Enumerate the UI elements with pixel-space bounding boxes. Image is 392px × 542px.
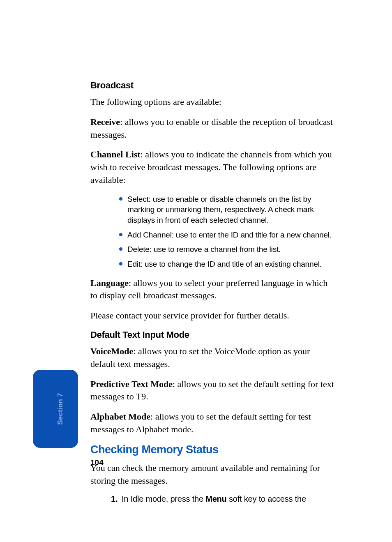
section-tab: Section 7	[33, 370, 78, 448]
step-1: 1.In Idle mode, press the Menu soft key …	[111, 494, 335, 504]
broadcast-heading: Broadcast	[90, 80, 335, 91]
step-pre: In Idle mode, press the	[122, 494, 205, 503]
voicemode-para: VoiceMode: allows you to set the VoiceMo…	[90, 345, 335, 371]
receive-label: Receive	[90, 117, 120, 127]
default-input-heading: Default Text Input Mode	[90, 330, 335, 340]
page: Section 7 Broadcast The following option…	[0, 0, 392, 542]
voicemode-label: VoiceMode	[90, 346, 133, 356]
language-label: Language	[90, 278, 129, 288]
memory-intro: You can check the memory amount availabl…	[90, 462, 335, 487]
channel-label: Channel List	[90, 149, 141, 159]
step-number: 1.	[111, 494, 122, 504]
bullet-item: Delete: use to remove a channel from the…	[116, 244, 335, 255]
step-post: soft key to access the	[227, 494, 306, 503]
alphabet-label: Alphabet Mode	[90, 411, 150, 422]
content-area: Broadcast The following options are avai…	[90, 80, 335, 504]
bullet-item: Edit: use to change the ID and title of …	[116, 259, 335, 270]
broadcast-language: Language: allows you to select your pref…	[90, 277, 335, 302]
predictive-para: Predictive Text Mode: allows you to set …	[90, 378, 335, 404]
step-bold: Menu	[205, 494, 226, 503]
bullet-item: Select: use to enable or disable channel…	[116, 194, 335, 226]
broadcast-receive: Receive: allows you to enable or disable…	[90, 116, 335, 141]
broadcast-intro: The following options are available:	[90, 96, 335, 108]
page-number: 104	[90, 458, 104, 467]
broadcast-channel: Channel List: allows you to indicate the…	[90, 148, 335, 186]
broadcast-contact: Please contact your service provider for…	[90, 309, 335, 322]
section-tab-label: Section 7	[56, 393, 64, 424]
predictive-label: Predictive Text Mode	[90, 379, 173, 389]
receive-text: : allows you to enable or disable the re…	[90, 117, 333, 140]
channel-bullet-list: Select: use to enable or disable channel…	[90, 194, 335, 270]
memory-status-title: Checking Memory Status	[90, 443, 335, 456]
alphabet-para: Alphabet Mode: allows you to set the def…	[90, 411, 335, 436]
bullet-item: Add Channel: use to enter the ID and tit…	[116, 230, 335, 240]
